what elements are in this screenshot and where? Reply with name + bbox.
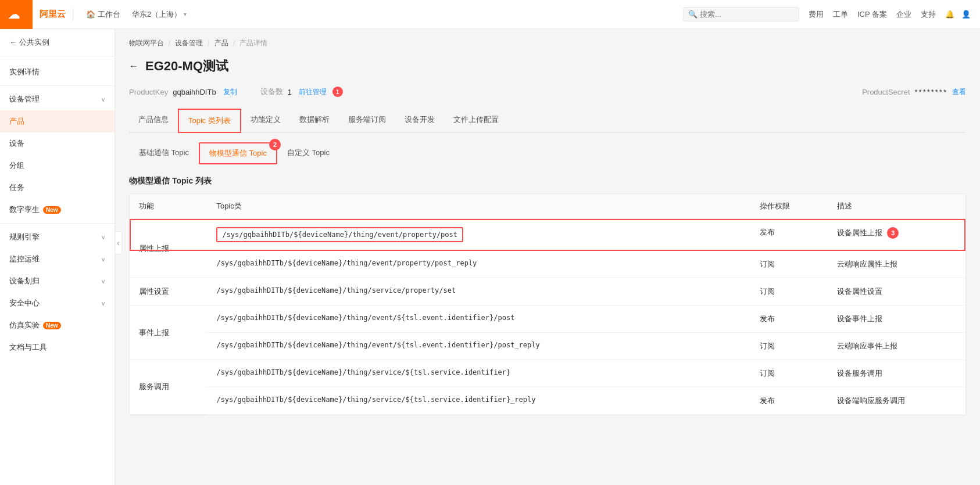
sidebar-item-digital-twin[interactable]: 数字孪生 New [0,199,115,221]
table-row: 事件上报/sys/gqbaihhDITb/${deviceName}/thing… [130,306,965,333]
chevron-down-icon: ∨ [101,234,105,240]
sidebar-back-button[interactable]: ← 公共实例 [0,29,115,56]
row-badge: 3 [887,227,899,239]
search-box[interactable]: 🔍 [683,7,799,21]
main-layout: ← 公共实例 实例详情 设备管理 ∨ 产品 设 [0,29,980,485]
sidebar-item-docs-tools[interactable]: 文档与工具 [0,336,115,358]
tab-data-analysis[interactable]: 数据解析 [290,109,339,133]
tab-file-upload[interactable]: 文件上传配置 [444,109,508,133]
nav-support[interactable]: 支持 [921,9,936,20]
breadcrumb-current: 产品详情 [239,38,267,48]
main-content: 物联网平台 / 设备管理 / 产品 / 产品详情 ← EG20-MQ测试 Pro… [115,29,980,485]
desc-cell: 设备服务调用 [828,360,965,387]
permission-cell: 订阅 [750,333,828,360]
table-row: 属性上报/sys/gqbaihhDITb/${deviceName}/thing… [130,219,965,251]
topic-cell: /sys/gqbaihhDITb/${deviceName}/thing/ser… [207,360,750,387]
sidebar-section: 实例详情 设备管理 ∨ 产品 设备 [0,56,115,363]
topic-cell: /sys/gqbaihhDITb/${deviceName}/thing/eve… [207,333,750,360]
sub-tab-basic-topic[interactable]: 基础通信 Topic [129,142,199,164]
tab-device-dev[interactable]: 设备开发 [395,109,444,133]
back-arrow-button[interactable]: ← [129,61,138,71]
product-secret-dots: ******** [915,88,947,96]
tab-service-sub[interactable]: 服务端订阅 [339,109,395,133]
col-desc: 描述 [828,194,965,219]
permission-cell: 发布 [750,219,828,251]
topic-table-wrapper: 功能 Topic类 操作权限 描述 属性上报/sys/gqbaihhDITb/$… [129,193,966,415]
func-cell: 属性设置 [130,278,207,306]
col-topic: Topic类 [207,194,750,219]
sidebar-item-simulation[interactable]: 仿真实验 New [0,314,115,336]
breadcrumb: 物联网平台 / 设备管理 / 产品 / 产品详情 [129,38,966,48]
user-icon[interactable]: 👤 [961,10,971,19]
device-count-badge: 1 [332,87,343,97]
page-title-row: ← EG20-MQ测试 [129,58,966,75]
col-func: 功能 [130,194,207,219]
nav-fees[interactable]: 费用 [809,9,824,20]
search-input[interactable] [700,10,794,19]
permission-cell: 发布 [750,387,828,415]
region-selector[interactable]: 华东2（上海） ▾ [126,0,192,29]
sidebar-item-device[interactable]: 设备 [0,132,115,155]
tab-product-info[interactable]: 产品信息 [129,109,178,133]
topic-cell: /sys/gqbaihhDITb/${deviceName}/thing/eve… [207,251,750,278]
sidebar-divider-2 [0,223,115,224]
svg-text:☁: ☁ [8,8,20,21]
new-badge-simulation: New [43,322,61,329]
sidebar-item-instance-detail[interactable]: 实例详情 [0,61,115,83]
device-count-label: 设备数 [260,87,283,97]
nav-right-links: 费用 工单 ICP 备案 企业 支持 [809,9,936,20]
nav-icon-buttons: 🔔 👤 [945,10,971,19]
copy-button[interactable]: 复制 [223,87,237,97]
device-count-value: 1 [288,88,292,96]
device-count-info: 设备数 1 前往管理 1 [260,87,343,97]
sidebar-item-device-management[interactable]: 设备管理 ∨ [0,88,115,110]
search-icon: 🔍 [688,10,698,19]
sub-tab-custom-topic[interactable]: 自定义 Topic [277,142,339,164]
topic-cell: /sys/gqbaihhDITb/${deviceName}/thing/eve… [207,219,750,251]
tab-func-def[interactable]: 功能定义 [241,109,290,133]
table-row: 服务调用/sys/gqbaihhDITb/${deviceName}/thing… [130,360,965,387]
sidebar-item-group[interactable]: 分组 [0,155,115,177]
breadcrumb-product[interactable]: 产品 [214,38,228,48]
permission-cell: 订阅 [750,278,828,306]
topic-table: 功能 Topic类 操作权限 描述 属性上报/sys/gqbaihhDITb/$… [130,194,965,415]
desc-cell: 设备属性上报3 [828,219,965,251]
func-cell: 服务调用 [130,360,207,415]
breadcrumb-device-mgmt[interactable]: 设备管理 [175,38,203,48]
table-section-title: 物模型通信 Topic 列表 [129,176,966,186]
nav-divider [73,9,73,20]
sidebar-item-ops-monitor[interactable]: 监控运维 ∨ [0,248,115,270]
product-info-section: ProductKey gqbaihhDITb 复制 设备数 1 前往管理 1 P… [129,87,966,97]
func-cell: 属性上报 [130,219,207,278]
tab-topic-list[interactable]: Topic 类列表 [178,109,241,133]
desc-cell: 云端响应属性上报 [828,251,965,278]
sidebar-item-task[interactable]: 任务 [0,177,115,199]
sub-tabs: 基础通信 Topic 物模型通信 Topic 2 自定义 Topic [129,142,966,164]
logo-icon[interactable]: ☁ [0,0,33,29]
sidebar: ← 公共实例 实例详情 设备管理 ∨ 产品 设 [0,29,115,485]
chevron-down-icon: ∨ [101,300,105,307]
nav-icp[interactable]: ICP 备案 [857,9,887,20]
sidebar-item-security-center[interactable]: 安全中心 ∨ [0,292,115,314]
sidebar-item-product[interactable]: 产品 [0,110,115,132]
sidebar-toggle-button[interactable] [115,231,122,254]
view-secret-button[interactable]: 查看 [952,87,966,97]
breadcrumb-iot-platform[interactable]: 物联网平台 [129,38,164,48]
nav-tickets[interactable]: 工单 [833,9,848,20]
nav-enterprise[interactable]: 企业 [896,9,911,20]
notifications-icon[interactable]: 🔔 [945,10,954,19]
main-tabs: 产品信息 Topic 类列表 功能定义 数据解析 服务端订阅 设备开发 文件上传… [129,109,966,133]
chevron-down-icon: ▾ [184,11,187,17]
product-key-info: ProductKey gqbaihhDITb 复制 [129,87,237,97]
sub-tab-tsl-topic[interactable]: 物模型通信 Topic 2 [199,142,277,164]
manage-device-link[interactable]: 前往管理 [299,87,327,97]
desc-cell: 设备端响应服务调用 [828,387,965,415]
sidebar-item-rule-engine[interactable]: 规则引擎 ∨ [0,226,115,248]
table-row: /sys/gqbaihhDITb/${deviceName}/thing/ser… [130,387,965,415]
table-body: 属性上报/sys/gqbaihhDITb/${deviceName}/thing… [130,219,965,415]
topic-cell: /sys/gqbaihhDITb/${deviceName}/thing/ser… [207,278,750,306]
chevron-down-icon: ∨ [101,278,105,285]
workbench-nav[interactable]: 🏠 工作台 [80,0,126,29]
sidebar-item-device-assign[interactable]: 设备划归 ∨ [0,270,115,292]
chevron-down-icon: ∨ [101,256,105,263]
